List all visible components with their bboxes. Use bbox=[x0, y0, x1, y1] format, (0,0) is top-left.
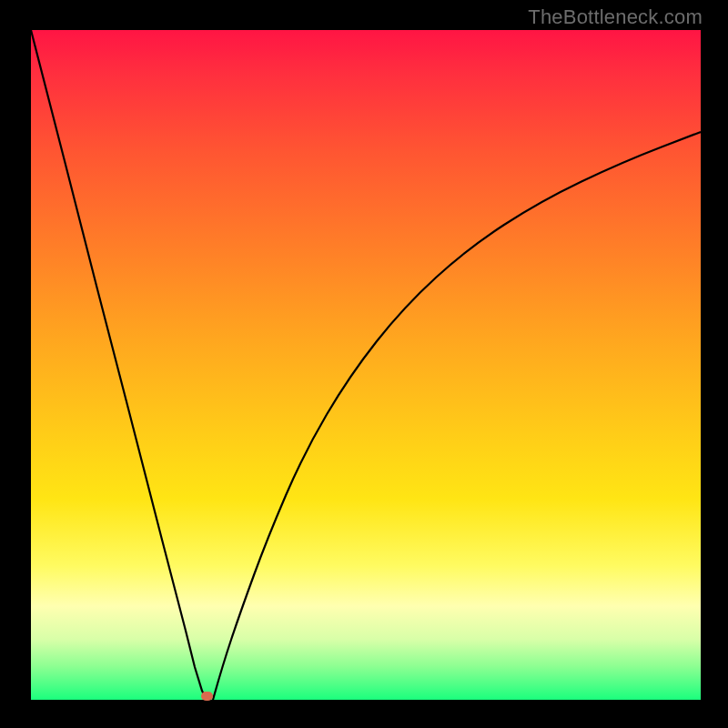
chart-frame: TheBottleneck.com bbox=[0, 0, 728, 728]
curve-left-branch bbox=[31, 30, 207, 700]
curve-right-branch bbox=[213, 132, 701, 700]
minimum-dot bbox=[201, 692, 213, 701]
watermark-text: TheBottleneck.com bbox=[528, 5, 703, 29]
bottleneck-curve bbox=[31, 30, 701, 700]
plot-area bbox=[31, 30, 701, 700]
